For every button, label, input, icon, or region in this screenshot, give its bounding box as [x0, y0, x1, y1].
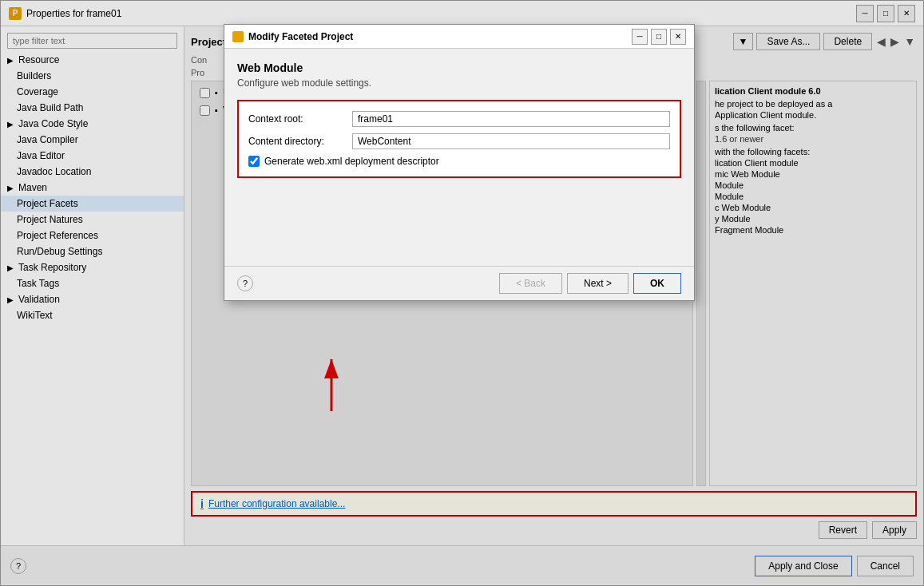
context-root-row: Context root: [248, 111, 670, 127]
modal-help-icon[interactable]: ? [237, 275, 253, 291]
modal-maximize-button[interactable]: □ [651, 29, 667, 45]
content-dir-label: Content directory: [248, 136, 352, 147]
modal-icon [232, 31, 244, 42]
content-dir-input[interactable] [352, 133, 670, 149]
modal-dialog: Modify Faceted Project ─ □ ✕ Web Module … [224, 24, 695, 301]
context-root-label: Context root: [248, 113, 352, 125]
modal-title-bar: Modify Faceted Project ─ □ ✕ [224, 25, 694, 49]
modal-minimize-button[interactable]: ─ [632, 29, 648, 45]
modal-buttons: ? < Back Next > OK [224, 266, 694, 300]
content-dir-row: Content directory: [248, 133, 670, 149]
context-root-input[interactable] [352, 111, 670, 127]
modal-section-title: Web Module [237, 61, 681, 74]
generate-xml-checkbox[interactable] [248, 156, 260, 167]
modal-close-button[interactable]: ✕ [670, 29, 686, 45]
modal-btn-group: < Back Next > OK [499, 273, 681, 294]
checkbox-label: Generate web.xml deployment descriptor [264, 156, 439, 167]
next-button[interactable]: Next > [567, 273, 629, 294]
modal-title: Modify Faceted Project [248, 31, 353, 42]
ok-button[interactable]: OK [633, 273, 681, 294]
modal-section-desc: Configure web module settings. [237, 77, 681, 89]
modal-title-left: Modify Faceted Project [232, 31, 353, 42]
modal-empty-area [237, 189, 681, 253]
checkbox-row: Generate web.xml deployment descriptor [248, 156, 670, 167]
back-button[interactable]: < Back [499, 273, 562, 294]
modal-controls: ─ □ ✕ [632, 29, 686, 45]
modal-content: Web Module Configure web module settings… [224, 49, 694, 266]
modal-form-box: Context root: Content directory: Generat… [237, 100, 681, 178]
